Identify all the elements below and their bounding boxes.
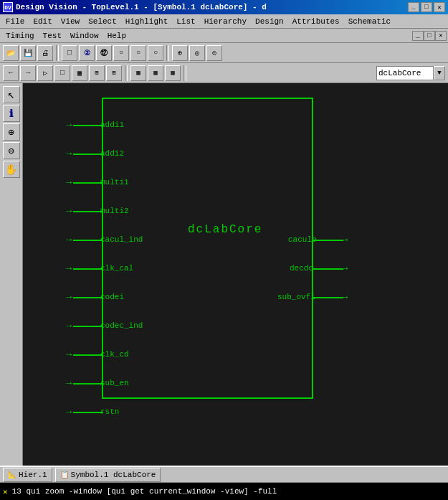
port-line-sub_en (73, 383, 103, 385)
menu-view[interactable]: View (57, 16, 84, 27)
arrow-sub_en: → (66, 377, 72, 389)
menu-bar-primary: File Edit View Select Highlight List Hie… (0, 14, 448, 29)
port-label-sub_ovfl: sub_ovfl (277, 293, 315, 301)
port-label-sub_en: sub_en (100, 379, 129, 387)
menu-edit[interactable]: Edit (29, 16, 56, 27)
hier-button[interactable]: ⊞ (89, 65, 105, 81)
separator-3 (125, 65, 128, 81)
port-line-multi2 (73, 211, 103, 212)
inner-restore-button[interactable]: □ (424, 31, 435, 41)
menu-bar-secondary: Timing Test Window Help _ □ ✕ (0, 29, 448, 43)
btn-2[interactable]: ② (79, 45, 95, 61)
zoom-fit-button[interactable]: ◎ (189, 45, 205, 61)
menu-hierarchy[interactable]: Hierarchy (200, 16, 251, 27)
arrow-clk_cd: → (66, 349, 72, 360)
btn-circle2[interactable]: ○ (130, 45, 146, 61)
save-button[interactable]: 💾 (20, 45, 36, 61)
menu-help[interactable]: Help (103, 31, 130, 41)
btn-circle3[interactable]: ○ (148, 45, 163, 61)
stop-button[interactable]: □ (54, 65, 70, 81)
arrow-multi2: → (66, 205, 72, 217)
port-line-cacul_ind (73, 240, 103, 241)
port-label-rstn: rstn (100, 407, 119, 416)
print-button[interactable]: 🖨 (37, 45, 53, 61)
toolbar-secondary: ← → ▷ □ ▦ ⊞ ⊞ ▦ ▦ ▦ dcLabCore ▼ (0, 63, 448, 83)
port-label-caculo: caculo (288, 235, 317, 244)
port-label-codec_ind: codec_ind (100, 321, 143, 330)
play-button[interactable]: ▷ (37, 65, 53, 81)
app-icon: DV (3, 2, 13, 12)
tab-hier[interactable]: 📐 Hier.1 (3, 468, 52, 482)
menu-design[interactable]: Design (251, 16, 288, 27)
arrow-clk_cal: → (66, 263, 72, 274)
chart1-button[interactable]: ▦ (130, 65, 146, 81)
port-line-rstn (73, 412, 103, 413)
btn-12[interactable]: ⑫ (96, 45, 112, 61)
menu-select[interactable]: Select (84, 16, 121, 27)
arrow-cacul_ind: → (66, 234, 72, 245)
chart2-button[interactable]: ▦ (148, 65, 163, 81)
tab-hier-icon: 📐 (8, 471, 16, 479)
zoom-in-button[interactable]: ⊕ (172, 45, 188, 61)
tab-symbol-icon: 📋 (60, 471, 69, 479)
sym-button[interactable]: ⊞ (106, 65, 122, 81)
design-dropdown-arrow[interactable]: ▼ (434, 66, 445, 80)
chart3-button[interactable]: ▦ (165, 65, 181, 81)
menu-test[interactable]: Test (39, 31, 66, 41)
maximize-button[interactable]: □ (421, 2, 432, 12)
new-button[interactable]: □ (62, 45, 77, 61)
select-tool-button[interactable]: ↖ (3, 86, 20, 103)
cmd-text: 13 qui zoom -window [qui get current_win… (12, 487, 277, 496)
info-button[interactable]: ℹ (3, 105, 20, 122)
status-bar: 📐 Hier.1 📋 Symbol.1 dcLabCore (0, 466, 448, 483)
symbol-name-label: dcLabCore (188, 223, 262, 236)
menu-file[interactable]: File (1, 16, 29, 27)
arrow-multi1: → (66, 176, 72, 188)
menu-schematic[interactable]: Schematic (344, 16, 395, 27)
forward-button[interactable]: → (20, 65, 36, 81)
port-label-multi2: multi2 (100, 207, 129, 215)
port-line-addi2 (73, 154, 103, 155)
port-line-caculo (313, 240, 343, 241)
menu-window[interactable]: Window (66, 31, 103, 41)
port-label-multi1: multi1 (100, 178, 129, 187)
open-button[interactable]: 📂 (3, 45, 19, 61)
zoom-out-button[interactable]: ⊙ (206, 45, 222, 61)
port-label-codei: codei (100, 293, 124, 301)
separator-4 (184, 65, 186, 81)
command-line: ✕ 13 qui zoom -window [qui get current_w… (0, 483, 448, 500)
port-line-addi1 (73, 125, 103, 126)
arrow-sub_ovfl: → (342, 291, 348, 303)
arrow-decdo: → (342, 263, 348, 274)
tab-symbol[interactable]: 📋 Symbol.1 dcLabCore (55, 468, 161, 482)
design-dropdown[interactable]: dcLabCore (376, 66, 434, 80)
toolbar-primary: 📂 💾 🖨 □ ② ⑫ ○ ○ ○ ⊕ ◎ ⊙ (0, 43, 448, 63)
port-label-cacul_ind: cacul_ind (100, 235, 143, 244)
grid-button[interactable]: ▦ (72, 65, 87, 81)
menu-attributes[interactable]: Attributes (288, 16, 344, 27)
sidebar: ↖ ℹ ⊕ ⊖ ✋ (0, 83, 23, 466)
minimize-button[interactable]: _ (408, 2, 419, 12)
symbol-box (102, 98, 313, 399)
canvas-area[interactable]: dcLabCore addi1 → addi2 → multi1 → multi… (23, 83, 448, 466)
close-button[interactable]: ✕ (434, 2, 445, 12)
zoom-in-side-button[interactable]: ⊕ (3, 123, 20, 141)
back-button[interactable]: ← (3, 65, 19, 81)
btn-circle1[interactable]: ○ (113, 45, 129, 61)
port-line-clk_cd (73, 354, 103, 356)
zoom-out-side-button[interactable]: ⊖ (3, 142, 20, 159)
port-label-addi1: addi1 (100, 121, 124, 129)
menu-timing[interactable]: Timing (1, 31, 39, 41)
pan-button[interactable]: ✋ (3, 161, 20, 178)
port-line-sub_ovfl (313, 297, 343, 298)
port-line-codei (73, 297, 103, 298)
inner-minimize-button[interactable]: _ (412, 31, 424, 41)
inner-close-button[interactable]: ✕ (435, 31, 447, 41)
port-line-multi1 (73, 182, 103, 184)
menu-highlight[interactable]: Highlight (121, 16, 172, 27)
window-title: Design Vision - TopLevel.1 - [Symbol.1 d… (16, 3, 267, 11)
main-area: ↖ ℹ ⊕ ⊖ ✋ dcLabCore addi1 → addi2 → mult… (0, 83, 448, 466)
tab-hier-label: Hier.1 (19, 471, 47, 479)
menu-list[interactable]: List (172, 16, 199, 27)
arrow-caculo: → (342, 234, 348, 245)
